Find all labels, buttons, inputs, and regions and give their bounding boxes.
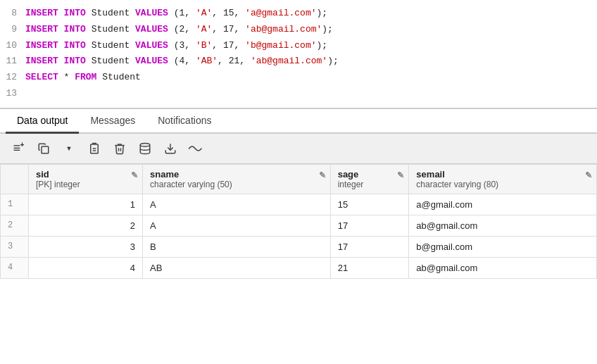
semail-cell: ab@gmail.com	[409, 257, 597, 278]
semail-col-label: semail	[416, 169, 444, 180]
sage-col-type: integer	[338, 180, 402, 189]
line-number: 10	[0, 39, 25, 54]
sid-cell: 4	[29, 257, 143, 278]
code-editor: 8INSERT INTO Student VALUES (1, 'A', 15,…	[0, 0, 597, 109]
row-number-header	[1, 164, 29, 194]
sid-cell: 3	[29, 236, 143, 257]
table-row: 11A15a@gmail.com	[1, 194, 597, 215]
sname-cell: A	[143, 194, 331, 215]
table-row: 44AB21ab@gmail.com	[1, 257, 597, 278]
semail-cell: a@gmail.com	[409, 194, 597, 215]
sage-col-edit-icon[interactable]: ✎	[397, 170, 404, 180]
code-line: 13	[0, 86, 597, 102]
sid-col-label: sid	[36, 169, 49, 180]
sid-col-edit-icon[interactable]: ✎	[131, 170, 138, 180]
sid-col-type: [PK] integer	[36, 180, 135, 189]
code-line: 11INSERT INTO Student VALUES (4, 'AB', 2…	[0, 54, 597, 70]
download-button[interactable]	[159, 138, 182, 159]
sage-cell: 17	[330, 236, 409, 257]
dropdown-button[interactable]: ▾	[58, 138, 80, 159]
code-line: 9INSERT INTO Student VALUES (2, 'A', 17,…	[0, 22, 597, 38]
data-toolbar: ≡+▾	[0, 134, 597, 164]
delete-button[interactable]	[108, 138, 131, 159]
graph-button[interactable]	[184, 138, 207, 159]
sage-col-header: sageinteger✎	[330, 164, 409, 194]
table-row: 33B17b@gmail.com	[1, 236, 597, 257]
line-number: 12	[0, 70, 25, 85]
output-tabs: Data outputMessagesNotifications	[0, 109, 597, 134]
line-content: INSERT INTO Student VALUES (2, 'A', 17, …	[25, 23, 597, 37]
sage-col-label: sage	[338, 169, 359, 180]
sname-col-type: character varying (50)	[150, 180, 323, 189]
sage-cell: 17	[330, 215, 409, 236]
sname-cell: B	[143, 236, 331, 257]
paste-button[interactable]	[83, 138, 106, 159]
data-table: sid[PK] integer✎snamecharacter varying (…	[0, 164, 597, 279]
line-number: 9	[0, 23, 25, 37]
code-line: 10INSERT INTO Student VALUES (3, 'B', 17…	[0, 38, 597, 54]
row-number-cell: 3	[1, 236, 29, 257]
svg-point-4	[140, 143, 150, 146]
sid-cell: 2	[29, 215, 143, 236]
add-row-button[interactable]: ≡+	[7, 138, 30, 159]
sname-col-header: snamecharacter varying (50)✎	[143, 164, 331, 194]
line-number: 13	[0, 87, 25, 101]
semail-cell: ab@gmail.com	[409, 215, 597, 236]
table-row: 22A17ab@gmail.com	[1, 215, 597, 236]
data-table-wrapper: sid[PK] integer✎snamecharacter varying (…	[0, 164, 597, 279]
tab-messages[interactable]: Messages	[79, 109, 146, 134]
row-number-cell: 1	[1, 194, 29, 215]
copy-button[interactable]	[32, 138, 55, 159]
sname-cell: AB	[143, 257, 331, 278]
sname-cell: A	[143, 215, 331, 236]
line-content: SELECT * FROM Student	[25, 70, 597, 85]
line-number: 8	[0, 6, 25, 21]
semail-col-type: character varying (80)	[416, 180, 589, 189]
sage-cell: 21	[330, 257, 409, 278]
line-content: INSERT INTO Student VALUES (4, 'AB', 21,…	[25, 54, 597, 69]
code-line: 8INSERT INTO Student VALUES (1, 'A', 15,…	[0, 6, 597, 22]
sid-col-header: sid[PK] integer✎	[29, 164, 143, 194]
sage-cell: 15	[330, 194, 409, 215]
code-line: 12SELECT * FROM Student	[0, 70, 597, 86]
row-number-cell: 2	[1, 215, 29, 236]
sid-cell: 1	[29, 194, 143, 215]
sname-col-edit-icon[interactable]: ✎	[319, 170, 326, 180]
line-number: 11	[0, 54, 25, 69]
line-content: INSERT INTO Student VALUES (1, 'A', 15, …	[25, 6, 597, 21]
db-button[interactable]	[134, 138, 156, 159]
sname-col-label: sname	[150, 169, 179, 180]
semail-col-header: semailcharacter varying (80)✎	[409, 164, 597, 194]
line-content: INSERT INTO Student VALUES (3, 'B', 17, …	[25, 39, 597, 54]
tab-data-output[interactable]: Data output	[6, 109, 79, 134]
tab-notifications[interactable]: Notifications	[146, 109, 222, 134]
row-number-cell: 4	[1, 257, 29, 278]
semail-col-edit-icon[interactable]: ✎	[585, 170, 592, 180]
svg-rect-0	[42, 146, 49, 153]
semail-cell: b@gmail.com	[409, 236, 597, 257]
